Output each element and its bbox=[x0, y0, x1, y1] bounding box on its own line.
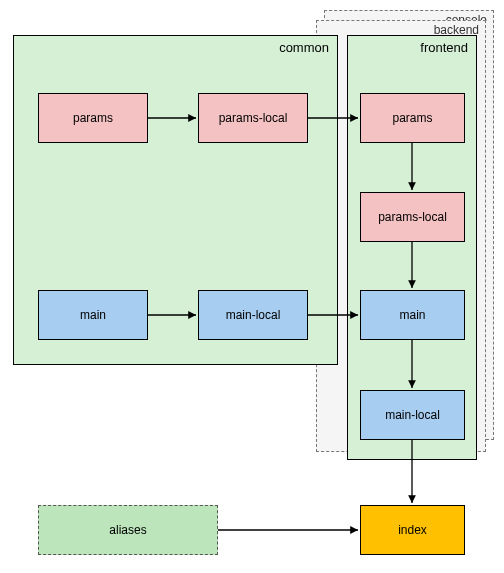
aliases-box: aliases bbox=[38, 505, 218, 555]
frontend-params-text: params bbox=[392, 111, 432, 125]
frontend-label: frontend bbox=[420, 40, 468, 55]
frontend-main-local-box: main-local bbox=[360, 390, 465, 440]
common-main-text: main bbox=[80, 308, 106, 322]
aliases-text: aliases bbox=[109, 523, 146, 537]
frontend-params-box: params bbox=[360, 93, 465, 143]
diagram-canvas: console backend common frontend params p… bbox=[0, 0, 504, 573]
common-main-local-box: main-local bbox=[198, 290, 308, 340]
frontend-params-local-text: params-local bbox=[378, 210, 447, 224]
index-text: index bbox=[398, 523, 427, 537]
common-params-box: params bbox=[38, 93, 148, 143]
frontend-params-local-box: params-local bbox=[360, 192, 465, 242]
frontend-main-text: main bbox=[399, 308, 425, 322]
common-params-text: params bbox=[73, 111, 113, 125]
common-label: common bbox=[279, 40, 329, 55]
common-main-local-text: main-local bbox=[226, 308, 281, 322]
common-params-local-text: params-local bbox=[219, 111, 288, 125]
frontend-main-local-text: main-local bbox=[385, 408, 440, 422]
index-box: index bbox=[360, 505, 465, 555]
common-params-local-box: params-local bbox=[198, 93, 308, 143]
frontend-main-box: main bbox=[360, 290, 465, 340]
common-main-box: main bbox=[38, 290, 148, 340]
